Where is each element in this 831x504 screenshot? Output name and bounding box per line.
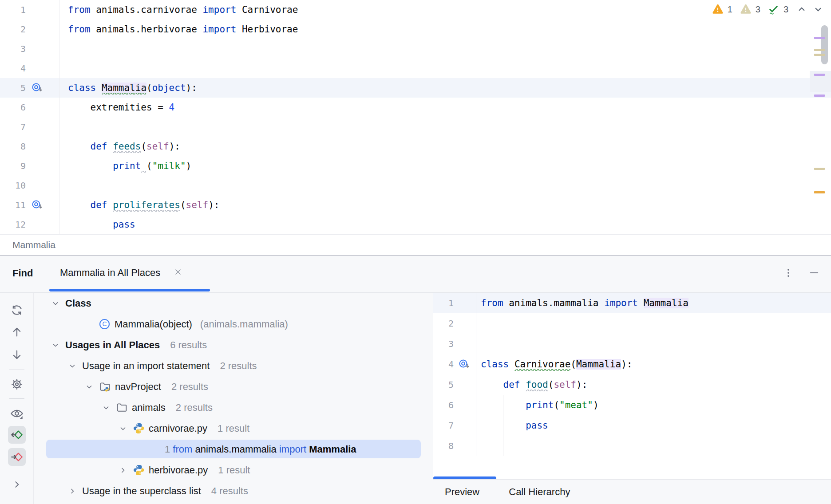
overridden-gutter-icon[interactable] — [26, 82, 49, 94]
stripe-mark-tan[interactable] — [814, 49, 825, 51]
stripe-mark-purple[interactable] — [814, 37, 825, 39]
stripe-mark-tan[interactable] — [814, 54, 825, 56]
line-number: 3 — [433, 339, 454, 349]
editor-line-9[interactable]: 9 print ("milk") — [0, 156, 831, 176]
stripe-mark-orange[interactable] — [814, 191, 825, 193]
editor-line-1[interactable]: 1from animals.carnivorae import Carnivor… — [0, 0, 831, 20]
tree-row-usage-import[interactable]: Usage in an import statement2 results — [34, 355, 433, 376]
preview-line-4[interactable]: 4class Carnivorae(Mammalia): — [433, 354, 831, 374]
editor-line-5[interactable]: 5class Mammalia(object): — [0, 78, 831, 98]
chevron-right-icon[interactable] — [67, 485, 78, 497]
expand-chevron-icon[interactable] — [11, 479, 23, 490]
breadcrumb-item[interactable]: Mammalia — [12, 240, 55, 250]
warning-icon[interactable] — [711, 3, 724, 16]
tree-row-animals[interactable]: animals2 results — [34, 397, 433, 418]
chevron-down-icon[interactable] — [100, 402, 112, 413]
previous-highlight-icon[interactable] — [795, 3, 808, 16]
preview-line-6[interactable]: 6 print("meat") — [433, 395, 831, 415]
code-text[interactable]: def feeds(self): — [59, 137, 180, 156]
chevron-down-icon[interactable] — [67, 360, 78, 372]
chevron-down-icon[interactable] — [117, 423, 129, 434]
close-icon[interactable] — [173, 267, 183, 279]
code-token: ( — [146, 83, 152, 93]
chevron-down-icon[interactable] — [50, 339, 61, 351]
editor-line-10[interactable]: 10 — [0, 176, 831, 195]
code-text[interactable]: print ("milk") — [59, 156, 191, 176]
code-text[interactable]: def proliferates(self): — [59, 195, 219, 215]
tree-row-label: Class — [65, 298, 91, 309]
tab-preview[interactable]: Preview — [445, 486, 479, 498]
rerun-icon[interactable] — [10, 303, 24, 317]
preview-line-3[interactable]: 3 — [433, 334, 831, 354]
class-icon: C — [99, 318, 111, 330]
editor-line-11[interactable]: 11 def proliferates(self): — [0, 195, 831, 215]
chevron-right-icon[interactable] — [117, 465, 129, 476]
stripe-mark-tan[interactable] — [814, 168, 825, 170]
code-token: Mammalia — [644, 298, 689, 308]
tree-row-label: navProject — [115, 381, 161, 393]
editor-line-7[interactable]: 7 — [0, 117, 831, 137]
previous-occurrence-icon[interactable] — [10, 325, 24, 339]
gutter: 6 — [0, 98, 59, 117]
tree-row-navproject[interactable]: navProject2 results — [34, 376, 433, 397]
inspections-passed-icon[interactable] — [767, 3, 780, 16]
code-text[interactable]: pass — [476, 415, 548, 436]
tree-row-usage-line[interactable]: 1 from animals.mammalia import Mammalia — [34, 439, 433, 460]
code-token: animals.mammalia — [192, 444, 279, 455]
next-highlight-icon[interactable] — [811, 3, 825, 16]
preview-eye-icon[interactable] — [10, 406, 24, 421]
code-editor[interactable]: 1from animals.carnivorae import Carnivor… — [0, 0, 831, 234]
editor-line-3[interactable]: 3 — [0, 39, 831, 59]
code-token: self — [146, 141, 169, 152]
tree-row-group-usages[interactable]: Usages in All Places6 results — [34, 335, 433, 355]
code-text[interactable]: from animals.carnivorae import Carnivora… — [59, 0, 298, 20]
tree-row-group-class[interactable]: Class — [34, 293, 433, 314]
code-text[interactable]: class Carnivorae(Mammalia): — [476, 354, 632, 374]
tree-row-content: herbivorae.py1 result — [34, 464, 250, 476]
chevron-down-icon[interactable] — [83, 381, 95, 393]
code-text[interactable]: def food(self): — [476, 374, 587, 395]
line-number: 6 — [433, 400, 454, 410]
code-token: ) — [186, 161, 192, 171]
code-text[interactable]: pass — [59, 215, 135, 234]
scroll-from-source-icon[interactable] — [8, 448, 26, 466]
next-occurrence-icon[interactable] — [10, 348, 24, 362]
preview-line-5[interactable]: 5 def food(self): — [433, 374, 831, 395]
stripe-mark-purple[interactable] — [814, 74, 825, 76]
editor-line-4[interactable]: 4 — [0, 59, 831, 78]
editor-line-12[interactable]: 12 pass — [0, 215, 831, 234]
editor-scrollbar-thumb[interactable] — [821, 25, 828, 64]
tab-mammalia-in-all-places[interactable]: Mammalia in All Places — [60, 267, 183, 279]
tree-row-herbivorae-py[interactable]: herbivorae.py1 result — [34, 460, 433, 480]
more-options-icon[interactable] — [780, 265, 796, 281]
code-text[interactable]: print("meat") — [476, 395, 599, 415]
code-token: from — [68, 4, 91, 15]
tree-row-usage-superclass[interactable]: Usage in the superclass list4 results — [34, 480, 433, 501]
code-text[interactable]: class Mammalia(object): — [59, 78, 197, 98]
editor-line-8[interactable]: 8 def feeds(self): — [0, 137, 831, 156]
line-number: 5 — [0, 83, 26, 93]
tab-call-hierarchy[interactable]: Call Hierarchy — [509, 486, 570, 498]
line-number: 1 — [433, 298, 454, 308]
preview-line-7[interactable]: 7 pass — [433, 415, 831, 436]
minimize-icon[interactable] — [806, 265, 822, 281]
tree-row-class-mammalia[interactable]: CMammalia(object)(animals.mammalia) — [34, 314, 433, 335]
code-text[interactable]: from animals.mammalia import Mammalia — [476, 293, 689, 313]
preview-line-1[interactable]: 1from animals.mammalia import Mammalia — [433, 293, 831, 313]
preview-line-2[interactable]: 2 — [433, 313, 831, 334]
editor-line-2[interactable]: 2from animals.herbivorae import Herbivor… — [0, 20, 831, 39]
preview-line-8[interactable]: 8 — [433, 436, 831, 456]
stripe-mark-purple[interactable] — [814, 94, 825, 97]
scroll-to-source-icon[interactable] — [8, 426, 26, 444]
code-text[interactable]: from animals.herbivorae import Herbivora… — [59, 20, 298, 39]
editor-line-6[interactable]: 6 extremities = 4 — [0, 98, 831, 117]
weak-warning-icon[interactable] — [739, 3, 752, 16]
chevron-down-icon[interactable] — [50, 298, 61, 309]
settings-gear-icon[interactable] — [10, 378, 24, 391]
tree-row-carnivorae-py[interactable]: carnivorae.py1 result — [34, 418, 433, 439]
preview-editor[interactable]: 1from animals.mammalia import Mammalia23… — [433, 293, 831, 479]
code-token: 1 — [165, 444, 173, 455]
overridden-gutter-icon[interactable] — [26, 199, 49, 211]
overridden-gutter-icon[interactable] — [454, 358, 475, 370]
code-text[interactable]: extremities = 4 — [59, 98, 174, 117]
